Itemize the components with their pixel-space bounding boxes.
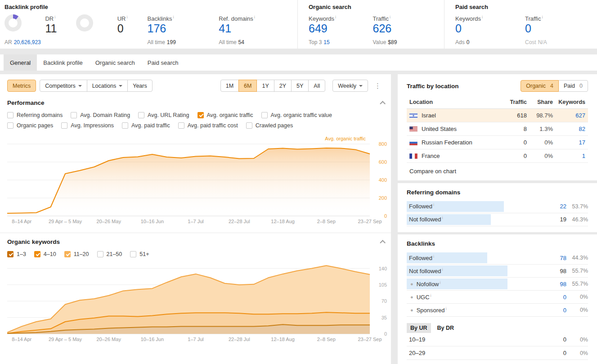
checkbox-avg-organic-traffic[interactable]: Avg. organic traffic: [198, 112, 253, 118]
metric-label: URi: [117, 14, 148, 22]
israel-flag-icon: [409, 113, 417, 118]
range-5y-button[interactable]: 5Y: [291, 80, 309, 92]
svg-text:0: 0: [384, 213, 387, 219]
keywords-link[interactable]: 627: [553, 112, 585, 119]
competitors-dropdown[interactable]: Competitors: [40, 80, 87, 92]
years-button[interactable]: Years: [127, 80, 153, 92]
organic-toggle-button[interactable]: Organic4: [521, 80, 559, 92]
checkbox-pos-1-3[interactable]: 1–3: [7, 251, 26, 257]
info-icon[interactable]: i: [335, 15, 336, 19]
metric-footer: CostN/A: [525, 39, 595, 45]
range-1y-button[interactable]: 1Y: [256, 80, 274, 92]
interval-dropdown[interactable]: Weekly: [332, 80, 368, 92]
checkbox-crawled-pages[interactable]: Crawled pages: [246, 122, 293, 129]
info-icon[interactable]: i: [54, 15, 55, 19]
followed-count-link[interactable]: 22: [560, 203, 566, 210]
checkbox-avg-impressions[interactable]: Avg. Impressions: [61, 122, 114, 129]
paid-toggle-button[interactable]: Paid0: [558, 80, 588, 92]
svg-text:8–14 Apr: 8–14 Apr: [12, 337, 31, 342]
top3-link[interactable]: 15: [323, 39, 329, 45]
performance-chart[interactable]: Avg. organic traffic 0200400600800 8–14 …: [7, 136, 384, 226]
section-title: Organic search: [309, 4, 437, 10]
info-icon[interactable]: i: [431, 293, 431, 298]
ur-dr-subtabs: By UR By DR: [407, 323, 588, 333]
ref-domains-value-link[interactable]: 41: [219, 22, 290, 35]
checkbox-referring-domains[interactable]: Referring domains: [7, 112, 63, 118]
organic-keywords-value-link[interactable]: 649: [309, 22, 373, 35]
info-icon[interactable]: i: [254, 15, 255, 19]
range-6m-button[interactable]: 6M: [238, 80, 257, 92]
compare-on-chart-link[interactable]: Compare on chart: [407, 168, 588, 175]
info-icon[interactable]: i: [542, 15, 543, 19]
ur-distribution-rows: 10–19 0 0% 20–29 0 0%: [407, 333, 588, 360]
backlinks-followed-row: Followedi 78 44.3%: [407, 252, 588, 265]
paid-keywords-value-link[interactable]: 0: [455, 22, 525, 35]
checkbox-avg-domain-rating[interactable]: Avg. Domain Rating: [71, 112, 130, 118]
svg-text:400: 400: [379, 177, 387, 183]
nofollow-count-link[interactable]: 98: [560, 281, 566, 288]
range-1m-button[interactable]: 1M: [220, 80, 239, 92]
filter-button-group: Competitors Locations Years: [40, 80, 152, 92]
locations-dropdown[interactable]: Locations: [87, 80, 128, 92]
organic-keywords-chart[interactable]: 03570105140 8–14 Apr29 Apr – 5 May20–26 …: [7, 260, 384, 344]
checkbox-pos-21-50[interactable]: 21–50: [97, 251, 122, 257]
checkbox-organic-pages[interactable]: Organic pages: [7, 122, 53, 129]
checkbox-avg-paid-traffic-cost[interactable]: Avg. paid traffic cost: [178, 122, 238, 129]
info-icon[interactable]: i: [173, 15, 174, 19]
info-icon[interactable]: i: [482, 15, 483, 19]
keywords-link[interactable]: 1: [553, 153, 585, 159]
metric-label: Traffici: [373, 14, 437, 22]
svg-text:70: 70: [382, 298, 387, 304]
location-row-united-states[interactable]: United States 8 1.3% 82: [407, 122, 588, 136]
ar-link[interactable]: 20,626,923: [14, 39, 41, 45]
location-row-france[interactable]: France 0 0% 1: [407, 149, 588, 163]
svg-text:20–26 May: 20–26 May: [96, 219, 121, 224]
checkbox-pos-11-20[interactable]: 11–20: [64, 251, 89, 257]
backlinks-value-link[interactable]: 176: [148, 22, 219, 35]
info-icon[interactable]: i: [442, 267, 443, 272]
backlinks-nofollow-row: ● Nofollowi 98 55.7%: [407, 278, 588, 291]
backlinks-card: Backlinks Followedi 78 44.3% Not followe…: [398, 234, 597, 364]
svg-text:23–27 Sep: 23–27 Sep: [358, 337, 382, 342]
tab-general[interactable]: General: [4, 54, 37, 71]
info-icon[interactable]: i: [440, 280, 441, 285]
collapse-chevron-icon[interactable]: [380, 240, 386, 246]
chevron-down-icon: [119, 85, 122, 87]
metric-dr: DRi 11 AR20,626,923: [4, 14, 76, 45]
range-2y-button[interactable]: 2Y: [274, 80, 292, 92]
checkbox-pos-51plus[interactable]: 51+: [130, 251, 149, 257]
checkbox-avg-organic-traffic-value[interactable]: Avg. organic traffic value: [261, 112, 332, 118]
by-dr-tab[interactable]: By DR: [434, 323, 458, 333]
checkbox-avg-url-rating[interactable]: Avg. URL Rating: [138, 112, 189, 118]
tab-organic-search[interactable]: Organic search: [89, 54, 141, 71]
followed-count-link[interactable]: 78: [560, 255, 566, 261]
tab-paid-search[interactable]: Paid search: [141, 54, 185, 71]
svg-text:800: 800: [379, 141, 387, 147]
sponsored-count-link[interactable]: 0: [563, 307, 566, 314]
bullet-icon: ●: [410, 307, 413, 313]
metric-footer: Ads0: [455, 39, 525, 45]
paid-traffic-value-link[interactable]: 0: [525, 22, 595, 35]
info-icon[interactable]: i: [433, 254, 434, 259]
info-icon[interactable]: i: [127, 15, 128, 19]
collapse-chevron-icon[interactable]: [380, 101, 386, 107]
kebab-menu-icon[interactable]: ⋮: [372, 82, 384, 89]
location-row-israel[interactable]: Israel 618 98.7% 627: [407, 109, 588, 122]
info-icon[interactable]: i: [442, 216, 443, 220]
organic-traffic-value-link[interactable]: 626: [373, 22, 437, 35]
bullet-icon: ●: [410, 281, 413, 287]
keywords-link[interactable]: 82: [553, 126, 585, 132]
svg-text:200: 200: [379, 195, 387, 201]
keywords-link[interactable]: 17: [553, 139, 585, 146]
range-all-button[interactable]: All: [308, 80, 325, 92]
metrics-button[interactable]: Metrics: [7, 80, 36, 92]
by-ur-tab[interactable]: By UR: [407, 323, 431, 333]
info-icon[interactable]: i: [433, 202, 434, 207]
ugc-count-link[interactable]: 0: [563, 294, 566, 301]
tab-backlink-profile[interactable]: Backlink profile: [37, 54, 89, 71]
info-icon[interactable]: i: [390, 15, 391, 19]
checkbox-avg-paid-traffic[interactable]: Avg. paid traffic: [122, 122, 170, 129]
checkbox-pos-4-10[interactable]: 4–10: [34, 251, 56, 257]
info-icon[interactable]: i: [446, 306, 447, 311]
location-row-russia[interactable]: Russian Federation 0 0% 17: [407, 136, 588, 149]
